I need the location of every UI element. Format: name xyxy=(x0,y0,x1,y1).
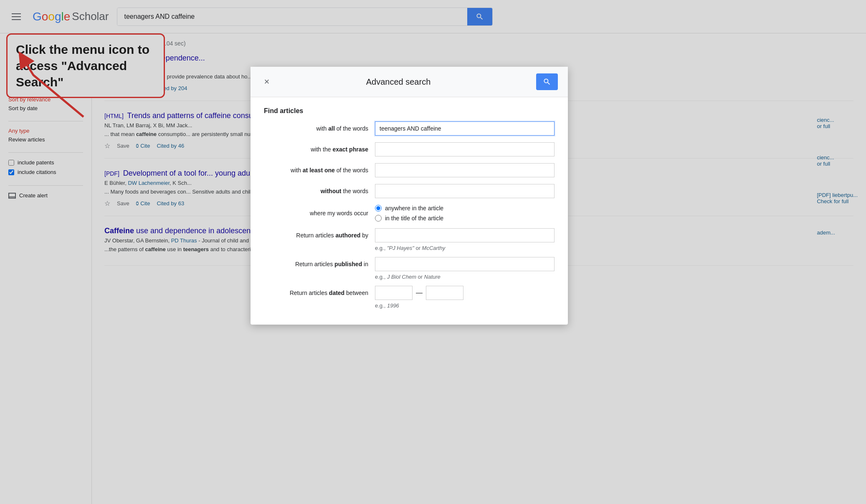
modal-search-button[interactable] xyxy=(536,73,558,90)
find-articles-title: Find articles xyxy=(264,107,555,115)
form-row-where: where my words occur anywhere in the art… xyxy=(264,205,555,222)
authored-hint: e.g., "PJ Hayes" or McCarthy xyxy=(375,245,555,251)
date-range: — xyxy=(375,286,463,300)
radio-anywhere-input[interactable] xyxy=(375,205,382,212)
form-row-at-least-one: with at least one of the words xyxy=(264,163,555,177)
at-least-one-input[interactable] xyxy=(375,163,555,177)
modal-header: × Advanced search xyxy=(251,67,568,97)
all-words-input[interactable] xyxy=(375,121,555,136)
modal-overlay[interactable]: × Advanced search Find articles with all… xyxy=(0,0,866,504)
radio-title-label: in the title of the article xyxy=(385,215,443,222)
date-from-input[interactable] xyxy=(375,286,413,300)
modal-body: Find articles with all of the words with… xyxy=(251,97,568,325)
form-row-dated: Return articles dated between — xyxy=(264,286,555,300)
published-input[interactable] xyxy=(375,257,555,271)
radio-title-input[interactable] xyxy=(375,215,382,222)
radio-anywhere[interactable]: anywhere in the article xyxy=(375,205,555,212)
form-row-authored: Return articles authored by xyxy=(264,228,555,242)
without-input[interactable] xyxy=(375,184,555,198)
modal-title: Advanced search xyxy=(273,77,524,87)
modal-close-button[interactable]: × xyxy=(261,76,273,87)
authored-input[interactable] xyxy=(375,228,555,242)
radio-title[interactable]: in the title of the article xyxy=(375,215,555,222)
at-least-one-label: with at least one of the words xyxy=(264,167,368,174)
form-row-all-words: with all of the words xyxy=(264,121,555,136)
form-row-published: Return articles published in xyxy=(264,257,555,271)
form-row-exact-phrase: with the exact phrase xyxy=(264,142,555,156)
all-words-label: with all of the words xyxy=(264,125,368,132)
authored-label: Return articles authored by xyxy=(264,232,368,239)
where-label: where my words occur xyxy=(264,210,368,217)
published-label: Return articles published in xyxy=(264,261,368,267)
exact-phrase-label: with the exact phrase xyxy=(264,146,368,153)
radio-anywhere-label: anywhere in the article xyxy=(385,205,443,212)
published-hint: e.g., J Biol Chem or Nature xyxy=(375,274,555,280)
exact-phrase-input[interactable] xyxy=(375,142,555,156)
dated-label: Return articles dated between xyxy=(264,290,368,296)
dated-hint: e.g., 1996 xyxy=(375,302,555,309)
where-radio-group: anywhere in the article in the title of … xyxy=(375,205,555,222)
date-dash: — xyxy=(416,289,423,297)
form-row-without: without the words xyxy=(264,184,555,198)
date-to-input[interactable] xyxy=(426,286,463,300)
advanced-search-modal: × Advanced search Find articles with all… xyxy=(251,67,568,325)
without-label: without the words xyxy=(264,188,368,194)
